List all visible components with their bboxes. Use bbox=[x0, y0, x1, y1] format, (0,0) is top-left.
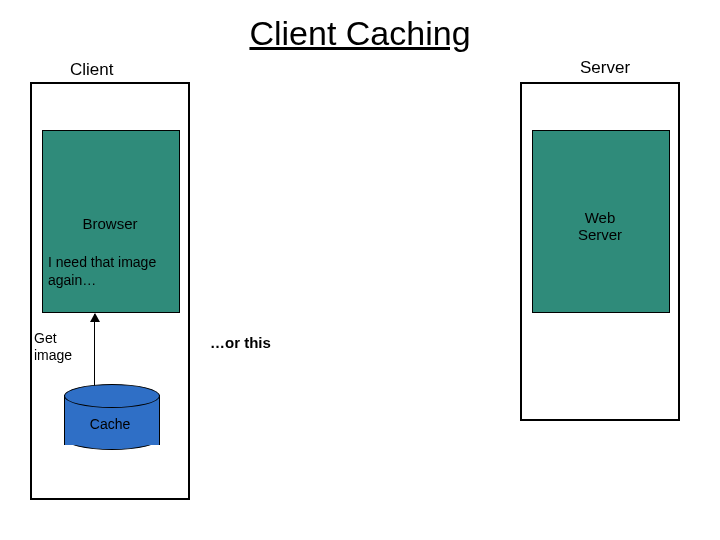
page-title: Client Caching bbox=[0, 14, 720, 53]
get-image-label: Get image bbox=[34, 330, 92, 364]
browser-label: Browser bbox=[32, 215, 188, 232]
cache-cylinder bbox=[64, 384, 158, 446]
client-box: Browser I need that image again… Get ima… bbox=[30, 82, 190, 500]
browser-thought: I need that image again… bbox=[48, 254, 158, 289]
or-this-annotation: …or this bbox=[210, 334, 271, 351]
diagram-stage: Client Caching Client Server Browser I n… bbox=[0, 0, 720, 540]
client-label: Client bbox=[70, 60, 113, 80]
server-label: Server bbox=[580, 58, 630, 78]
cache-label: Cache bbox=[32, 416, 188, 432]
server-box: WebServer bbox=[520, 82, 680, 421]
web-server-label: WebServer bbox=[522, 209, 678, 244]
arrow-cache-to-browser bbox=[94, 314, 95, 392]
cache-top-ellipse bbox=[64, 384, 160, 408]
